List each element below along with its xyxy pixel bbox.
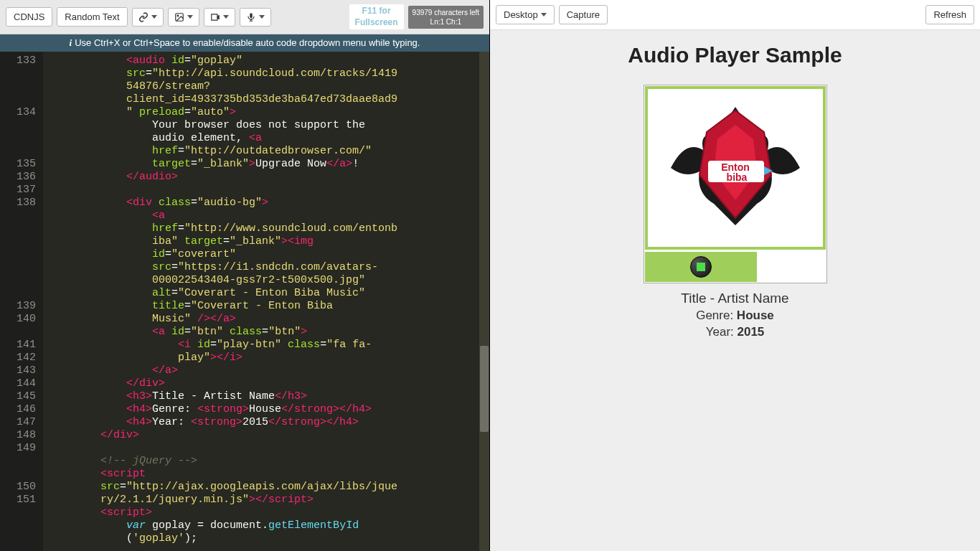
preview-toolbar: Desktop Capture Refresh — [490, 0, 980, 30]
editor-code-area[interactable]: <audio id="goplay" src="http://api.sound… — [43, 52, 489, 551]
scrollbar-thumb[interactable] — [480, 346, 489, 432]
link-icon — [138, 12, 149, 22]
info-icon: i — [70, 37, 72, 48]
hint-bar: iUse Ctrl+X or Ctrl+Space to enable/disa… — [0, 34, 489, 52]
track-genre: Genre: House — [490, 309, 980, 323]
play-stop-button[interactable] — [690, 256, 712, 278]
track-year: Year: 2015 — [490, 325, 980, 339]
editor-toolbar: CDNJS Random Text F11 for Fullscreen 939… — [0, 0, 489, 34]
link-dropdown-button[interactable] — [132, 8, 164, 27]
image-icon — [174, 12, 184, 22]
video-icon — [210, 12, 220, 22]
video-dropdown-button[interactable] — [204, 8, 235, 27]
code-editor[interactable]: 1331341351361371381391401411421431441451… — [0, 52, 489, 551]
image-dropdown-button[interactable] — [168, 8, 199, 27]
cover-art-frame[interactable]: Enton biba — [645, 86, 826, 250]
caret-icon — [187, 15, 193, 19]
stop-icon — [697, 263, 705, 271]
fullscreen-hint[interactable]: F11 for Fullscreen — [349, 4, 404, 29]
caret-icon — [541, 13, 547, 17]
refresh-button[interactable]: Refresh — [925, 5, 974, 24]
random-text-button[interactable]: Random Text — [57, 7, 127, 27]
cdnjs-button[interactable]: CDNJS — [6, 7, 52, 27]
capture-button[interactable]: Capture — [559, 5, 608, 24]
audio-dropdown-button[interactable] — [240, 8, 271, 27]
cover-art-image: Enton biba — [656, 96, 814, 240]
microphone-icon — [246, 12, 256, 22]
hint-text: Use Ctrl+X or Ctrl+Space to enable/disab… — [75, 37, 420, 48]
play-bar — [645, 252, 757, 282]
editor-gutter: 1331341351361371381391401411421431441451… — [0, 52, 43, 551]
svg-point-1 — [177, 15, 179, 17]
caret-icon — [259, 15, 265, 19]
track-title-artist: Title - Artist Name — [490, 291, 980, 306]
preview-content: Audio Player Sample Enton biba — [490, 30, 980, 551]
track-metadata: Title - Artist Name Genre: House Year: 2… — [490, 291, 980, 339]
preview-heading: Audio Player Sample — [490, 43, 980, 67]
svg-rect-2 — [250, 13, 253, 18]
svg-text:biba: biba — [726, 171, 747, 183]
desktop-dropdown-button[interactable]: Desktop — [496, 5, 555, 24]
character-count-status: 93979 characters left Ln:1 Ch:1 — [408, 6, 484, 29]
editor-panel: CDNJS Random Text F11 for Fullscreen 939… — [0, 0, 490, 551]
caret-icon — [151, 15, 157, 19]
preview-panel: Desktop Capture Refresh Audio Player Sam… — [490, 0, 980, 551]
editor-scrollbar[interactable] — [479, 52, 489, 551]
caret-icon — [223, 15, 229, 19]
audio-player-box: Enton biba — [644, 85, 827, 283]
